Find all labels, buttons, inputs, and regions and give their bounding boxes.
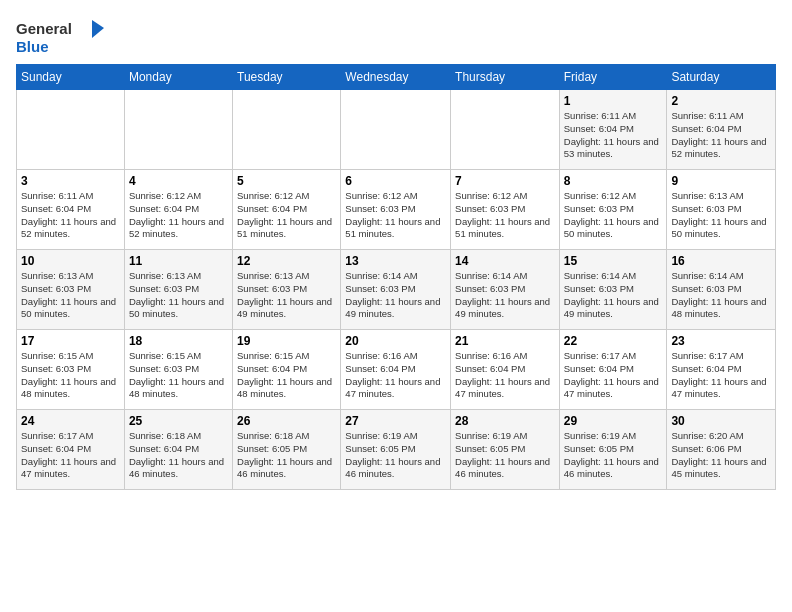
day-number: 30 [671,414,771,428]
day-number: 28 [455,414,555,428]
day-info: Sunrise: 6:17 AM Sunset: 6:04 PM Dayligh… [671,350,771,401]
calendar-cell: 4Sunrise: 6:12 AM Sunset: 6:04 PM Daylig… [124,170,232,250]
calendar-cell: 26Sunrise: 6:18 AM Sunset: 6:05 PM Dayli… [233,410,341,490]
day-info: Sunrise: 6:11 AM Sunset: 6:04 PM Dayligh… [21,190,120,241]
calendar-cell: 23Sunrise: 6:17 AM Sunset: 6:04 PM Dayli… [667,330,776,410]
day-number: 11 [129,254,228,268]
day-info: Sunrise: 6:16 AM Sunset: 6:04 PM Dayligh… [345,350,446,401]
day-number: 1 [564,94,663,108]
calendar-cell: 10Sunrise: 6:13 AM Sunset: 6:03 PM Dayli… [17,250,125,330]
day-number: 2 [671,94,771,108]
day-number: 18 [129,334,228,348]
calendar-cell [17,90,125,170]
day-number: 6 [345,174,446,188]
day-number: 3 [21,174,120,188]
weekday-header-friday: Friday [559,65,667,90]
calendar-week-2: 3Sunrise: 6:11 AM Sunset: 6:04 PM Daylig… [17,170,776,250]
day-info: Sunrise: 6:18 AM Sunset: 6:05 PM Dayligh… [237,430,336,481]
calendar-cell: 15Sunrise: 6:14 AM Sunset: 6:03 PM Dayli… [559,250,667,330]
day-number: 23 [671,334,771,348]
calendar-cell: 24Sunrise: 6:17 AM Sunset: 6:04 PM Dayli… [17,410,125,490]
calendar-cell: 1Sunrise: 6:11 AM Sunset: 6:04 PM Daylig… [559,90,667,170]
weekday-header-wednesday: Wednesday [341,65,451,90]
day-info: Sunrise: 6:12 AM Sunset: 6:03 PM Dayligh… [455,190,555,241]
weekday-header-monday: Monday [124,65,232,90]
day-info: Sunrise: 6:15 AM Sunset: 6:03 PM Dayligh… [21,350,120,401]
calendar-cell: 9Sunrise: 6:13 AM Sunset: 6:03 PM Daylig… [667,170,776,250]
weekday-header-sunday: Sunday [17,65,125,90]
calendar-table: SundayMondayTuesdayWednesdayThursdayFrid… [16,64,776,490]
calendar-cell: 5Sunrise: 6:12 AM Sunset: 6:04 PM Daylig… [233,170,341,250]
calendar-cell: 14Sunrise: 6:14 AM Sunset: 6:03 PM Dayli… [451,250,560,330]
svg-marker-1 [92,20,104,38]
day-number: 10 [21,254,120,268]
day-info: Sunrise: 6:20 AM Sunset: 6:06 PM Dayligh… [671,430,771,481]
day-number: 24 [21,414,120,428]
day-info: Sunrise: 6:15 AM Sunset: 6:03 PM Dayligh… [129,350,228,401]
calendar-week-5: 24Sunrise: 6:17 AM Sunset: 6:04 PM Dayli… [17,410,776,490]
weekday-header-thursday: Thursday [451,65,560,90]
day-info: Sunrise: 6:13 AM Sunset: 6:03 PM Dayligh… [237,270,336,321]
day-number: 27 [345,414,446,428]
day-info: Sunrise: 6:12 AM Sunset: 6:04 PM Dayligh… [129,190,228,241]
day-info: Sunrise: 6:15 AM Sunset: 6:04 PM Dayligh… [237,350,336,401]
day-info: Sunrise: 6:17 AM Sunset: 6:04 PM Dayligh… [564,350,663,401]
day-number: 19 [237,334,336,348]
calendar-cell: 3Sunrise: 6:11 AM Sunset: 6:04 PM Daylig… [17,170,125,250]
calendar-cell: 20Sunrise: 6:16 AM Sunset: 6:04 PM Dayli… [341,330,451,410]
day-number: 29 [564,414,663,428]
day-info: Sunrise: 6:11 AM Sunset: 6:04 PM Dayligh… [671,110,771,161]
calendar-cell: 19Sunrise: 6:15 AM Sunset: 6:04 PM Dayli… [233,330,341,410]
day-info: Sunrise: 6:19 AM Sunset: 6:05 PM Dayligh… [345,430,446,481]
calendar-week-1: 1Sunrise: 6:11 AM Sunset: 6:04 PM Daylig… [17,90,776,170]
calendar-cell [341,90,451,170]
calendar-cell: 7Sunrise: 6:12 AM Sunset: 6:03 PM Daylig… [451,170,560,250]
calendar-week-3: 10Sunrise: 6:13 AM Sunset: 6:03 PM Dayli… [17,250,776,330]
day-number: 13 [345,254,446,268]
day-number: 12 [237,254,336,268]
weekday-header-saturday: Saturday [667,65,776,90]
day-info: Sunrise: 6:12 AM Sunset: 6:03 PM Dayligh… [345,190,446,241]
day-info: Sunrise: 6:17 AM Sunset: 6:04 PM Dayligh… [21,430,120,481]
day-number: 7 [455,174,555,188]
page-header: General Blue [16,16,776,56]
calendar-cell: 21Sunrise: 6:16 AM Sunset: 6:04 PM Dayli… [451,330,560,410]
calendar-cell: 8Sunrise: 6:12 AM Sunset: 6:03 PM Daylig… [559,170,667,250]
day-number: 9 [671,174,771,188]
day-info: Sunrise: 6:13 AM Sunset: 6:03 PM Dayligh… [129,270,228,321]
day-info: Sunrise: 6:14 AM Sunset: 6:03 PM Dayligh… [671,270,771,321]
calendar-cell: 28Sunrise: 6:19 AM Sunset: 6:05 PM Dayli… [451,410,560,490]
day-info: Sunrise: 6:18 AM Sunset: 6:04 PM Dayligh… [129,430,228,481]
calendar-cell: 13Sunrise: 6:14 AM Sunset: 6:03 PM Dayli… [341,250,451,330]
calendar-cell: 11Sunrise: 6:13 AM Sunset: 6:03 PM Dayli… [124,250,232,330]
day-number: 16 [671,254,771,268]
day-number: 25 [129,414,228,428]
calendar-cell: 6Sunrise: 6:12 AM Sunset: 6:03 PM Daylig… [341,170,451,250]
calendar-cell: 30Sunrise: 6:20 AM Sunset: 6:06 PM Dayli… [667,410,776,490]
day-number: 15 [564,254,663,268]
calendar-cell [233,90,341,170]
calendar-body: 1Sunrise: 6:11 AM Sunset: 6:04 PM Daylig… [17,90,776,490]
day-info: Sunrise: 6:19 AM Sunset: 6:05 PM Dayligh… [564,430,663,481]
calendar-cell: 18Sunrise: 6:15 AM Sunset: 6:03 PM Dayli… [124,330,232,410]
day-number: 26 [237,414,336,428]
day-number: 22 [564,334,663,348]
logo-icon: General Blue [16,16,106,56]
day-info: Sunrise: 6:16 AM Sunset: 6:04 PM Dayligh… [455,350,555,401]
day-info: Sunrise: 6:14 AM Sunset: 6:03 PM Dayligh… [455,270,555,321]
calendar-cell: 29Sunrise: 6:19 AM Sunset: 6:05 PM Dayli… [559,410,667,490]
calendar-cell: 27Sunrise: 6:19 AM Sunset: 6:05 PM Dayli… [341,410,451,490]
day-info: Sunrise: 6:12 AM Sunset: 6:04 PM Dayligh… [237,190,336,241]
calendar-cell: 16Sunrise: 6:14 AM Sunset: 6:03 PM Dayli… [667,250,776,330]
calendar-cell: 25Sunrise: 6:18 AM Sunset: 6:04 PM Dayli… [124,410,232,490]
day-number: 14 [455,254,555,268]
calendar-cell: 12Sunrise: 6:13 AM Sunset: 6:03 PM Dayli… [233,250,341,330]
logo: General Blue [16,16,106,56]
calendar-header-row: SundayMondayTuesdayWednesdayThursdayFrid… [17,65,776,90]
day-number: 21 [455,334,555,348]
weekday-header-tuesday: Tuesday [233,65,341,90]
day-info: Sunrise: 6:13 AM Sunset: 6:03 PM Dayligh… [21,270,120,321]
day-info: Sunrise: 6:14 AM Sunset: 6:03 PM Dayligh… [564,270,663,321]
day-info: Sunrise: 6:19 AM Sunset: 6:05 PM Dayligh… [455,430,555,481]
calendar-cell [451,90,560,170]
